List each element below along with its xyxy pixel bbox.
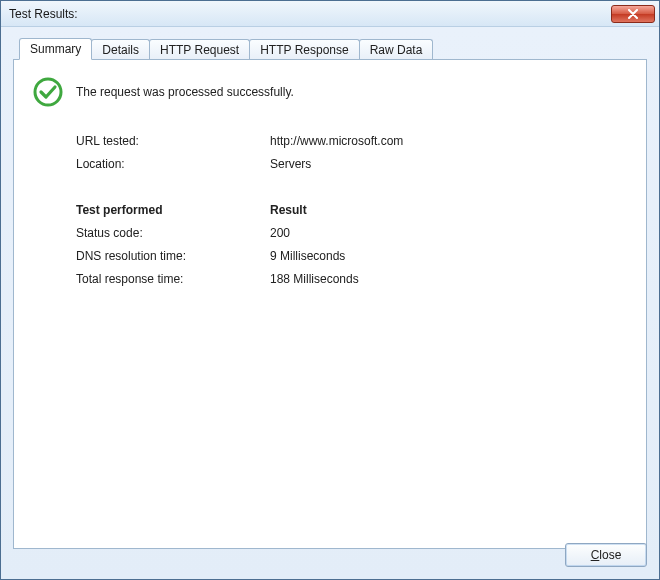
status-message: The request was processed successfully.: [76, 85, 294, 99]
tab-http-response[interactable]: HTTP Response: [249, 39, 359, 60]
value-location: Servers: [270, 157, 628, 171]
tab-http-request[interactable]: HTTP Request: [149, 39, 250, 60]
label-status-code: Status code:: [76, 226, 266, 240]
label-total-time: Total response time:: [76, 272, 266, 286]
label-dns-time: DNS resolution time:: [76, 249, 266, 263]
tab-panel-summary: The request was processed successfully. …: [13, 59, 647, 549]
status-row: The request was processed successfully.: [32, 76, 628, 108]
titlebar: Test Results:: [1, 1, 659, 27]
window-title: Test Results:: [9, 7, 78, 21]
client-area: Summary Details HTTP Request HTTP Respon…: [1, 27, 659, 579]
close-button[interactable]: Close: [565, 543, 647, 567]
value-dns-time: 9 Milliseconds: [270, 249, 628, 263]
tab-summary[interactable]: Summary: [19, 38, 92, 60]
tab-raw-data[interactable]: Raw Data: [359, 39, 434, 60]
tabstrip: Summary Details HTTP Request HTTP Respon…: [13, 37, 647, 59]
header-test-performed: Test performed: [76, 203, 266, 217]
success-check-icon: [32, 76, 64, 108]
dialog-window: Test Results: Summary Details HTTP Reque…: [0, 0, 660, 580]
dialog-footer: Close: [565, 543, 647, 567]
header-result: Result: [270, 203, 628, 217]
value-total-time: 188 Milliseconds: [270, 272, 628, 286]
value-status-code: 200: [270, 226, 628, 240]
value-url-tested: http://www.microsoft.com: [270, 134, 628, 148]
window-close-button[interactable]: [611, 5, 655, 23]
label-location: Location:: [76, 157, 266, 171]
svg-point-0: [35, 79, 61, 105]
tab-details[interactable]: Details: [91, 39, 150, 60]
label-url-tested: URL tested:: [76, 134, 266, 148]
results-grid: URL tested: http://www.microsoft.com Loc…: [76, 134, 628, 286]
grid-spacer: [76, 180, 628, 194]
close-button-label: Close: [591, 548, 622, 562]
close-icon: [627, 9, 639, 19]
